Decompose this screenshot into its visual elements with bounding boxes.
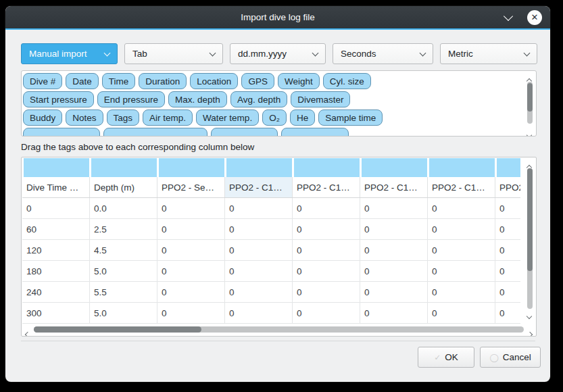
table-cell: 0 [293,198,360,218]
tag-pill[interactable]: Divemaster [291,91,350,107]
shade-button[interactable] [501,11,515,24]
field-separator-select[interactable]: Tab [124,43,223,64]
table-cell: 0 [360,261,428,281]
units-select[interactable]: Metric [440,43,537,64]
tag-pill[interactable]: End pressure [97,91,165,107]
tag-palette-scrollbar[interactable] [526,72,534,134]
import-mode-select[interactable]: Manual import [21,43,118,64]
table-horizontal-scrollbar[interactable] [23,325,535,335]
table-viewport: Dive Time …Depth (m)PPO2 - Se…PPO2 - C1…… [22,158,520,324]
tag-pill[interactable]: GPS [241,73,274,89]
chevron-down-icon [504,11,513,20]
table-cell: 0 [157,303,225,323]
tag-pill-clipped[interactable] [281,128,349,137]
column-header[interactable]: PPO2 - C1… [225,177,293,197]
tag-pill[interactable]: He [290,109,315,126]
column-header[interactable]: PPO2 - Se… [157,177,225,197]
tag-pill[interactable]: Cyl. size [323,73,371,89]
table-cell: 0 [428,240,495,260]
titlebar[interactable]: Import dive log file ✕ [5,6,550,28]
tag-pill[interactable]: Sample time [318,109,383,126]
tag-pill[interactable]: Dive # [23,73,62,89]
scrollbar-thumb[interactable] [34,326,201,333]
tag-pill[interactable]: Air temp. [143,109,193,126]
tag-pill[interactable]: Max. depth [168,91,227,107]
tag-pill[interactable]: Weight [278,73,320,89]
table-header-row: Dive Time …Depth (m)PPO2 - Se…PPO2 - C1…… [22,177,520,198]
cancel-button-label: Cancel [503,352,531,362]
tag-pill[interactable]: Avg. depth [230,91,287,107]
table-cell: 0 [225,282,293,302]
cancel-button[interactable]: ◯ Cancel [480,347,541,368]
column-header[interactable]: PPO2 - C1… [428,177,495,197]
table-cell: 0 [157,219,225,239]
table-cell: 5.5 [90,282,157,302]
scroll-left-icon[interactable] [24,327,30,333]
date-format-select[interactable]: dd.mm.yyyy [230,43,326,64]
chevron-down-icon [420,49,426,56]
tag-pill[interactable]: Notes [66,109,103,126]
check-icon: ✓ [434,353,441,362]
column-drop-target[interactable] [91,158,157,177]
scroll-down-icon[interactable] [527,309,531,321]
table-cell: 0 [293,219,360,239]
duration-format-select[interactable]: Seconds [333,43,433,64]
close-icon: ✕ [531,12,539,22]
table-cell: 0 [157,198,225,218]
scroll-right-icon[interactable] [528,327,533,333]
scrollbar-thumb[interactable] [527,168,533,271]
table-vertical-scrollbar[interactable] [526,160,534,321]
tag-palette: Dive #DateTimeDurationLocationGPSWeightC… [21,70,537,137]
field-separator-select-value: Tab [132,49,147,59]
column-header[interactable]: PPO2 [495,177,520,197]
chevron-down-icon [210,49,216,56]
column-drop-target[interactable] [362,158,427,177]
column-header[interactable]: Dive Time … [22,177,90,197]
tag-pill[interactable]: Time [102,73,136,89]
ok-button[interactable]: ✓ OK [418,347,474,368]
scroll-up-icon[interactable] [527,74,533,79]
scroll-down-icon[interactable] [527,128,533,133]
column-drop-target[interactable] [226,158,292,177]
table-row: 1204.5000000 [22,240,520,261]
column-drop-target[interactable] [429,158,495,177]
tag-pill[interactable]: Water temp. [196,109,259,126]
table-cell: 0 [495,282,520,302]
dialog-button-box: ✓ OK ◯ Cancel [21,347,541,368]
table-row: 2405.5000000 [22,282,520,303]
tag-pill-clipped[interactable] [103,128,207,137]
tag-pill-clipped[interactable] [23,128,100,137]
tag-pill[interactable]: Buddy [23,109,62,126]
tag-pill-clipped[interactable] [211,128,278,137]
import-dialog-window: Import dive log file ✕ Manual importTabd… [5,6,550,382]
column-drop-target[interactable] [294,158,360,177]
tag-pill[interactable]: Location [190,73,238,89]
table-cell: 0 [360,282,428,302]
column-header[interactable]: PPO2 - C1… [293,177,360,197]
column-header[interactable]: PPO2 - C1… [360,177,428,197]
options-toolbar: Manual importTabdd.mm.yyyySecondsMetric [21,43,550,64]
tag-pill[interactable]: O₂ [262,109,287,126]
close-button[interactable]: ✕ [527,10,542,25]
column-drop-row [22,158,520,177]
column-drop-target[interactable] [159,158,224,177]
table-cell: 180 [22,261,90,281]
table-cell: 0 [360,198,428,218]
tag-pill[interactable]: Date [66,73,99,89]
tag-pill[interactable]: Start pressure [23,91,94,107]
column-header[interactable]: Depth (m) [90,177,157,197]
table-cell: 0 [293,240,360,260]
table-cell: 0 [428,198,495,218]
scrollbar-thumb[interactable] [527,83,533,112]
column-drop-target[interactable] [497,158,521,177]
table-cell: 0 [293,303,360,323]
table-cell: 0 [157,261,225,281]
drag-instruction-label: Drag the tags above to each correspondin… [21,142,550,152]
import-mode-select-value: Manual import [29,49,87,59]
table-cell: 5.0 [90,303,157,323]
tag-pill[interactable]: Duration [139,73,187,89]
table-row: 602.5000000 [22,219,520,240]
column-drop-target[interactable] [24,158,89,177]
tag-pill[interactable]: Tags [107,109,140,126]
table-cell: 0 [360,303,428,323]
